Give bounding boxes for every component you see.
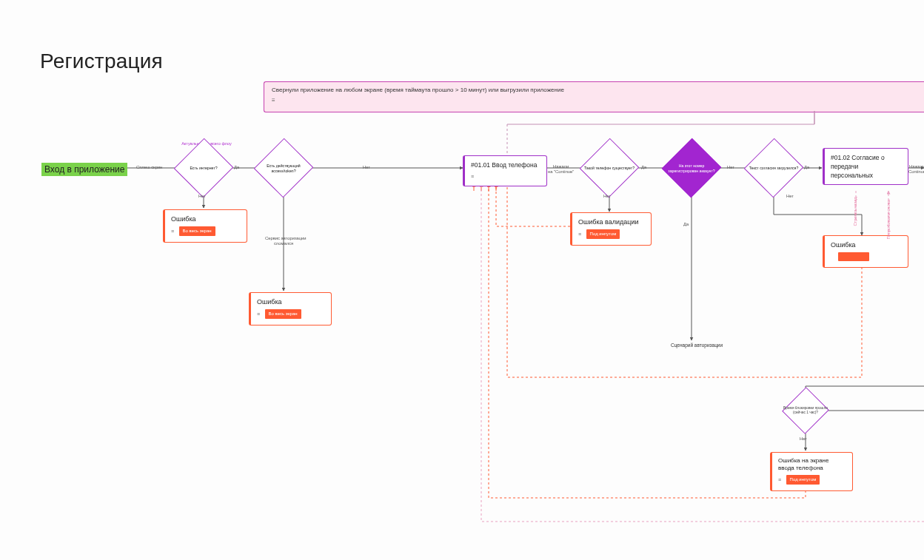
edge-d3-da: Да — [641, 165, 646, 170]
error-phone-screen[interactable]: Ошибка на экране ввода телефона ≡ Под ин… — [770, 452, 853, 491]
edge-d4-net: Нет — [727, 165, 734, 170]
edge-d3-net: Нет — [603, 194, 611, 199]
decision-consent-loaded[interactable]: Текст согласия загрузился? — [753, 147, 794, 189]
error-title: Ошибка — [831, 240, 902, 249]
decision-phone-exists[interactable]: Такой телефон существует? — [589, 147, 630, 189]
error-tag: Во весь экран — [179, 226, 215, 236]
edge-back-arrow: Стрелка назад — [853, 197, 858, 226]
decision-internet-text: Есть интернет? — [178, 166, 230, 171]
error-consent-load[interactable]: Ошибка — [823, 235, 908, 268]
edge-d5-da: Да — [804, 165, 809, 170]
edge-label-splash: Сплеш скрин — [136, 165, 162, 170]
note-icon: ≡ — [778, 476, 781, 485]
decision-internet[interactable]: Есть интернет? — [183, 147, 224, 189]
error-title: Ошибка валидации — [578, 217, 645, 226]
flow-auth-scenario: Сценарий авторизации — [671, 343, 723, 348]
screen-phone-input[interactable]: #01.01 Ввод телефона ≡ — [463, 155, 547, 186]
error-title: Ошибка — [171, 215, 241, 223]
edge-continue-1: Нажали на "Continue" — [548, 164, 574, 175]
error-tag: Под инпутом — [786, 475, 820, 485]
note-icon: ≡ — [257, 310, 260, 319]
edge-auth-broken: Сервис авторизации сломался — [265, 236, 302, 246]
edge-d1-da: Да — [234, 165, 239, 170]
decision-block-timeout[interactable]: Время блокировки прошло (сейчас 1 час)? — [789, 394, 822, 427]
note-icon: ≡ — [272, 97, 275, 104]
edge-d2-net: Нет — [363, 165, 370, 170]
screen-title: #01.01 Ввод телефона — [471, 161, 540, 169]
decision-token-text: Есть действующий access/token? — [258, 163, 309, 173]
error-tag: Во весь экран — [265, 309, 301, 319]
error-auth-broken[interactable]: Ошибка ≡ Во весь экран — [249, 292, 332, 325]
timeout-banner[interactable]: Свернули приложение на любом экране (вре… — [264, 81, 924, 112]
banner-text: Свернули приложение на любом экране (вре… — [272, 87, 564, 93]
error-no-internet[interactable]: Ошибка ≡ Во весь экран — [163, 209, 247, 243]
edge-d6-net: Нет — [800, 436, 807, 442]
decision-phone-exists-text: Такой телефон существует? — [583, 166, 635, 171]
error-tag — [838, 252, 869, 261]
decision-token[interactable]: Есть действующий access/token? — [263, 147, 304, 189]
note-icon: ≡ — [471, 172, 474, 181]
screen-consent[interactable]: #01.02 Согласие о передачи персональных — [823, 148, 908, 185]
screen-title: #01.02 Согласие о передачи персональных — [831, 153, 902, 180]
edge-d1-net: Нет — [198, 194, 206, 199]
error-title: Ошибка — [257, 297, 325, 306]
error-tag: Под инпутом — [586, 229, 620, 239]
decision-account-registered-text: На этот номер зарегистрирован аккаунт? — [666, 163, 717, 173]
decision-consent-loaded-text: Текст согласия загрузился? — [748, 166, 800, 171]
error-title: Ошибка на экране ввода телефона — [778, 457, 846, 472]
diagram-canvas[interactable]: Регистрация Свернули приложение на любом… — [0, 0, 924, 560]
entry-label: Вход в приложение — [41, 163, 127, 176]
edge-retry: Попробовали снова — [886, 200, 891, 240]
note-icon: ≡ — [171, 227, 174, 236]
edge-continue-2: Нажали Continue — [908, 164, 924, 175]
page-title: Регистрация — [40, 50, 163, 73]
edge-d4-da: Да — [683, 222, 689, 227]
note-icon: ≡ — [578, 230, 581, 239]
decision-block-timeout-text: Время блокировки прошло (сейчас 1 час)? — [783, 406, 828, 415]
decision-account-registered[interactable]: На этот номер зарегистрирован аккаунт? — [671, 147, 712, 189]
entry-node[interactable]: Вход в приложение — [41, 162, 127, 176]
error-validation[interactable]: Ошибка валидации ≡ Под инпутом — [570, 212, 652, 246]
edge-d5-net: Нет — [786, 194, 794, 199]
